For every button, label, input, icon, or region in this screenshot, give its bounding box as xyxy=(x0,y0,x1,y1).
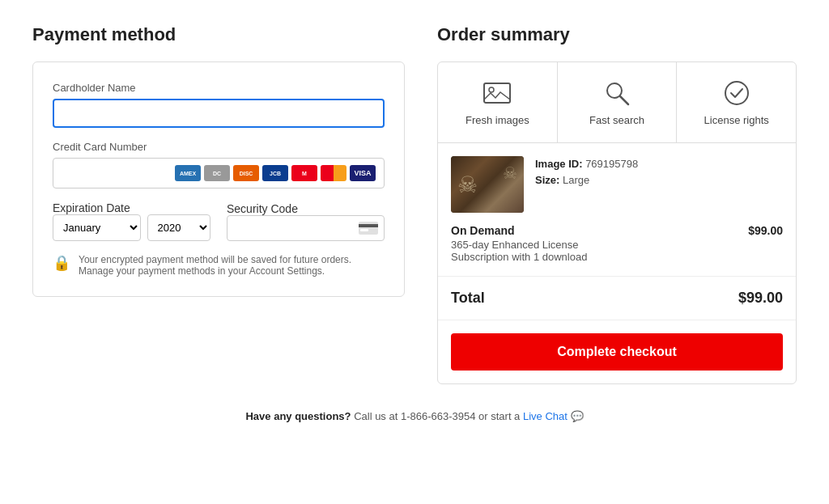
order-info: Image ID: 769195798 Size: Large xyxy=(535,156,783,188)
feature-fresh-images: Fresh images xyxy=(438,62,558,142)
footer-contact-text: Call us at 1-866-663-3954 or start a xyxy=(351,410,523,422)
expiry-group: Expiration Date January February March A… xyxy=(53,201,210,241)
secure-notice-text: Your encrypted payment method will be sa… xyxy=(79,254,385,277)
plan-name: On Demand xyxy=(451,224,587,237)
svg-line-6 xyxy=(620,96,628,104)
credit-card-label: Credit Card Number xyxy=(53,141,385,153)
feature-fast-search: Fast search xyxy=(558,62,678,142)
image-id-label: Image ID: xyxy=(535,158,583,170)
fresh-images-label: Fresh images xyxy=(466,114,529,126)
expiry-security-row: Expiration Date January February March A… xyxy=(53,201,385,241)
features-row: Fresh images Fast search xyxy=(438,62,796,143)
credit-card-field: AMEX DC DISC JCB M VISA xyxy=(53,158,385,188)
main-layout: Payment method Cardholder Name Credit Ca… xyxy=(32,24,797,384)
secure-notice: 🔒 Your encrypted payment method will be … xyxy=(53,254,385,277)
image-icon xyxy=(483,78,512,108)
complete-checkout-button[interactable]: Complete checkout xyxy=(451,333,783,371)
maestro-icon: M xyxy=(291,165,317,181)
chat-bubble-icon: 💬 xyxy=(571,410,584,422)
svg-rect-0 xyxy=(359,222,378,235)
total-amount: $99.00 xyxy=(738,290,783,307)
total-row: Total $99.00 xyxy=(438,277,796,320)
plan-price: $99.00 xyxy=(748,224,783,237)
order-detail: Image ID: 769195798 Size: Large On Deman… xyxy=(438,143,796,277)
plan-desc-2: Subscription with 1 download xyxy=(451,251,587,263)
image-id-line: Image ID: 769195798 xyxy=(535,156,783,172)
cardholder-input[interactable] xyxy=(53,99,385,128)
svg-point-4 xyxy=(489,87,494,92)
cardholder-label: Cardholder Name xyxy=(53,82,385,94)
live-chat-link[interactable]: Live Chat xyxy=(523,410,568,422)
cvv-card-icon xyxy=(359,222,378,235)
order-item: Image ID: 769195798 Size: Large xyxy=(451,156,783,213)
expiry-selects: January February March April May June Ju… xyxy=(53,214,210,241)
discover-icon: DISC xyxy=(233,165,259,181)
size-label: Size: xyxy=(535,174,559,186)
security-label: Security Code xyxy=(227,202,298,215)
month-select[interactable]: January February March April May June Ju… xyxy=(53,214,141,241)
diners-icon: DC xyxy=(204,165,230,181)
order-image xyxy=(451,156,524,213)
expiry-label: Expiration Date xyxy=(53,201,130,214)
security-input-wrap xyxy=(227,215,385,241)
visa-icon: VISA xyxy=(350,165,376,181)
svg-rect-3 xyxy=(484,83,510,103)
payment-title: Payment method xyxy=(32,24,405,45)
plan-info: On Demand 365-day Enhanced License Subsc… xyxy=(451,224,587,263)
order-summary-title: Order summary xyxy=(437,24,797,45)
size-line: Size: Large xyxy=(535,172,783,188)
security-group: Security Code xyxy=(227,202,385,241)
footer-questions: Have any questions? Call us at 1-866-663… xyxy=(32,410,797,422)
svg-point-7 xyxy=(725,82,748,104)
svg-rect-1 xyxy=(359,224,378,227)
order-summary-panel: Order summary Fresh images xyxy=(437,24,797,384)
cardholder-group: Cardholder Name xyxy=(53,82,385,128)
svg-rect-2 xyxy=(360,229,368,231)
year-select[interactable]: 2020 2021 2022 2023 2024 2025 xyxy=(147,214,210,241)
skulls-image xyxy=(451,156,524,213)
size-value: Large xyxy=(563,174,589,186)
page-container: Payment method Cardholder Name Credit Ca… xyxy=(0,0,829,447)
payment-box: Cardholder Name Credit Card Number AMEX … xyxy=(32,61,405,297)
payment-panel: Payment method Cardholder Name Credit Ca… xyxy=(32,24,405,297)
plan-desc-1: 365-day Enhanced License xyxy=(451,239,579,251)
mastercard-icon xyxy=(321,165,346,181)
lock-icon: 🔒 xyxy=(53,254,70,272)
credit-card-group: Credit Card Number AMEX DC DISC JCB M VI… xyxy=(53,141,385,188)
search-icon xyxy=(602,78,631,108)
footer-question-text: Have any questions? xyxy=(245,410,351,422)
card-icons: AMEX DC DISC JCB M VISA xyxy=(175,165,376,181)
total-label: Total xyxy=(451,290,485,307)
order-pricing: On Demand 365-day Enhanced License Subsc… xyxy=(451,224,783,263)
amex-icon: AMEX xyxy=(175,165,201,181)
check-circle-icon xyxy=(722,78,751,108)
feature-license-rights: License rights xyxy=(677,62,796,142)
license-rights-label: License rights xyxy=(704,114,769,126)
image-id-value: 769195798 xyxy=(585,158,638,170)
jcb-icon: JCB xyxy=(262,165,288,181)
order-summary-box: Fresh images Fast search xyxy=(437,61,797,384)
fast-search-label: Fast search xyxy=(589,114,644,126)
